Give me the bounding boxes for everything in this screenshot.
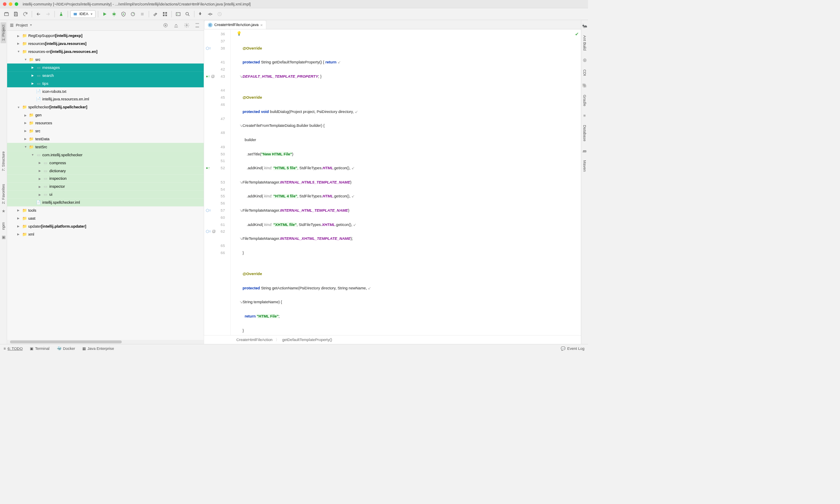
tool-structure-button[interactable]: 7: Structure xyxy=(0,149,6,173)
status-event-log[interactable]: 💬Event Log xyxy=(561,346,584,351)
svg-rect-5 xyxy=(165,12,167,14)
forward-icon[interactable] xyxy=(44,10,52,18)
tree-node-src[interactable]: ▶📁src xyxy=(7,127,204,135)
collapse-icon[interactable] xyxy=(172,21,181,29)
tree-node-resources-en[interactable]: ▼📁resources-en [intellij.java.resources.… xyxy=(7,47,204,55)
tool-project-button[interactable]: 1: Project xyxy=(0,22,6,43)
tool-database-button[interactable]: Database xyxy=(582,123,587,144)
hide-icon[interactable] xyxy=(193,21,202,29)
crumb-method[interactable]: getDefaultTemplateProperty() xyxy=(282,338,332,342)
fld-icon: 📁 xyxy=(22,208,27,213)
tree-node-uast[interactable]: ▶📁uast xyxy=(7,214,204,222)
status-terminal[interactable]: ▣Terminal xyxy=(30,346,50,351)
back-icon[interactable] xyxy=(34,10,43,18)
tree-node-dictionary[interactable]: ▶▭dictionary xyxy=(7,167,204,175)
tab-create-html-file-action[interactable]: C CreateHtmlFileAction.java × xyxy=(204,20,267,29)
project-structure-icon[interactable] xyxy=(161,10,169,18)
tree-node-src[interactable]: ▼📁src xyxy=(7,55,204,63)
mod-icon: 📁 xyxy=(22,33,27,39)
close-window-icon[interactable] xyxy=(3,2,6,5)
gear-icon[interactable] xyxy=(183,21,191,29)
wrench-icon[interactable] xyxy=(152,10,160,18)
left-tool-rail: 1: Project 7: Structure 2: Favorites ★ n… xyxy=(0,20,7,344)
star-icon: ★ xyxy=(0,207,7,215)
svg-rect-14 xyxy=(10,26,13,27)
tree-node-spellchecker[interactable]: ▼📁spellchecker [intellij.spellchecker] xyxy=(7,103,204,111)
tree-node-intellij-spellchecker-iml[interactable]: 📄intellij.spellchecker.iml xyxy=(7,199,204,207)
tree-node-testdata[interactable]: ▶📁testData xyxy=(7,135,204,143)
coverage-icon[interactable] xyxy=(119,10,128,18)
src-icon: 📁 xyxy=(29,57,34,62)
svg-rect-6 xyxy=(163,14,165,16)
project-tool-window: Project ▼ ▶📁RegExpSupport [intellij.rege… xyxy=(7,20,204,344)
run-config-select[interactable]: IDEA ▼ xyxy=(70,10,95,18)
editor-gutter[interactable]: 363738⬡↑414243●↑ @444546474849505152●↑53… xyxy=(204,29,231,335)
tree-node-ui[interactable]: ▶▭ui xyxy=(7,191,204,199)
horizontal-scrollbar[interactable] xyxy=(7,340,204,344)
tool-maven-button[interactable]: Maven xyxy=(582,158,587,174)
tree-node-com-intellij-spellchecker[interactable]: ▼▭com.intellij.spellchecker xyxy=(7,151,204,159)
status-java-ee[interactable]: ▦Java Enterprise xyxy=(82,346,114,351)
save-icon[interactable] xyxy=(12,10,20,18)
project-panel-title[interactable]: Project ▼ xyxy=(9,23,161,27)
open-icon[interactable] xyxy=(3,10,11,18)
project-tree[interactable]: ▶📁RegExpSupport [intellij.regexp]▶📁resou… xyxy=(7,31,204,340)
tool-ant-button[interactable]: Ant Build xyxy=(582,33,587,53)
minimize-window-icon[interactable] xyxy=(9,2,12,5)
tool-npm-button[interactable]: npm xyxy=(0,220,6,232)
pkg-icon: ▭ xyxy=(36,81,41,86)
maven-icon: m xyxy=(582,147,588,155)
close-tab-icon[interactable]: × xyxy=(260,23,263,27)
vcs-history-icon[interactable] xyxy=(215,10,224,18)
vcs-commit-icon[interactable] xyxy=(206,10,215,18)
tree-node-resources[interactable]: ▶📁resources [intellij.java.resources] xyxy=(7,40,204,48)
tree-node-inspection[interactable]: ▶▭inspection xyxy=(7,175,204,183)
code-content[interactable]: @Override protected String getDefaultTem… xyxy=(231,29,581,335)
mod-icon: 📁 xyxy=(22,223,27,229)
debug-icon[interactable] xyxy=(110,10,118,18)
fld-icon: 📁 xyxy=(22,215,27,221)
gen-icon: 📁 xyxy=(29,113,34,118)
tree-node-updater[interactable]: ▶📁updater [intellij.platform.updater] xyxy=(7,222,204,230)
crumb-class[interactable]: CreateHtmlFileAction xyxy=(236,338,273,342)
tab-label: CreateHtmlFileAction.java xyxy=(214,23,258,27)
tree-node-testsrc[interactable]: ▼📁testSrc xyxy=(7,143,204,151)
profile-icon[interactable] xyxy=(129,10,137,18)
tool-favorites-button[interactable]: 2: Favorites xyxy=(0,182,6,207)
tree-node-icon-robots-txt[interactable]: 📄icon-robots.txt xyxy=(7,87,204,95)
pkg-icon: ▭ xyxy=(43,192,48,197)
tool-cdi-button[interactable]: CDI xyxy=(582,67,587,79)
pkg-icon: ▭ xyxy=(36,152,41,158)
tree-node-inspector[interactable]: ▶▭inspector xyxy=(7,183,204,191)
status-docker[interactable]: 🐳Docker xyxy=(57,346,75,351)
tree-node-resources[interactable]: ▶📁resources xyxy=(7,119,204,127)
stop-icon[interactable] xyxy=(138,10,147,18)
chevron-right-icon: 〉 xyxy=(276,337,279,343)
tree-node-tips[interactable]: ▶▭tips xyxy=(7,79,204,87)
tree-node-messages[interactable]: ▶▭messages xyxy=(7,63,204,71)
run-anything-icon[interactable] xyxy=(174,10,183,18)
tree-node-regexpsupport[interactable]: ▶📁RegExpSupport [intellij.regexp] xyxy=(7,32,204,40)
test-icon: 📁 xyxy=(29,144,34,150)
right-tool-rail: 🐜 Ant Build ◎ CDI 🐘 Gradle ≡ Database m … xyxy=(581,20,588,344)
build-icon[interactable] xyxy=(57,10,66,18)
tree-node-search[interactable]: ▶▭search xyxy=(7,71,204,79)
breadcrumbs[interactable]: CreateHtmlFileAction 〉 getDefaultTemplat… xyxy=(204,335,581,344)
tree-node-gen[interactable]: ▶📁gen xyxy=(7,111,204,119)
tree-node-compress[interactable]: ▶▭compress xyxy=(7,159,204,167)
status-bar: ≡6: TODO ▣Terminal 🐳Docker ▦Java Enterpr… xyxy=(0,344,588,353)
search-icon[interactable] xyxy=(184,10,192,18)
maximize-window-icon[interactable] xyxy=(15,2,18,5)
tree-node-intellij-java-resources-en-iml[interactable]: 📄intellij.java.resources.en.iml xyxy=(7,95,204,103)
tool-gradle-button[interactable]: Gradle xyxy=(582,92,587,109)
status-todo[interactable]: ≡6: TODO xyxy=(3,346,23,351)
run-icon[interactable] xyxy=(101,10,109,18)
refresh-icon[interactable] xyxy=(21,10,29,18)
tree-node-xml[interactable]: ▶📁xml xyxy=(7,230,204,238)
code-editor[interactable]: 💡 ✔ 363738⬡↑414243●↑ @444546474849505152… xyxy=(204,29,581,335)
locate-icon[interactable] xyxy=(161,21,170,29)
editor-tabs: C CreateHtmlFileAction.java × xyxy=(204,20,581,29)
intention-bulb-icon[interactable]: 💡 xyxy=(236,31,242,36)
tree-node-tools[interactable]: ▶📁tools xyxy=(7,206,204,214)
vcs-update-icon[interactable] xyxy=(197,10,205,18)
